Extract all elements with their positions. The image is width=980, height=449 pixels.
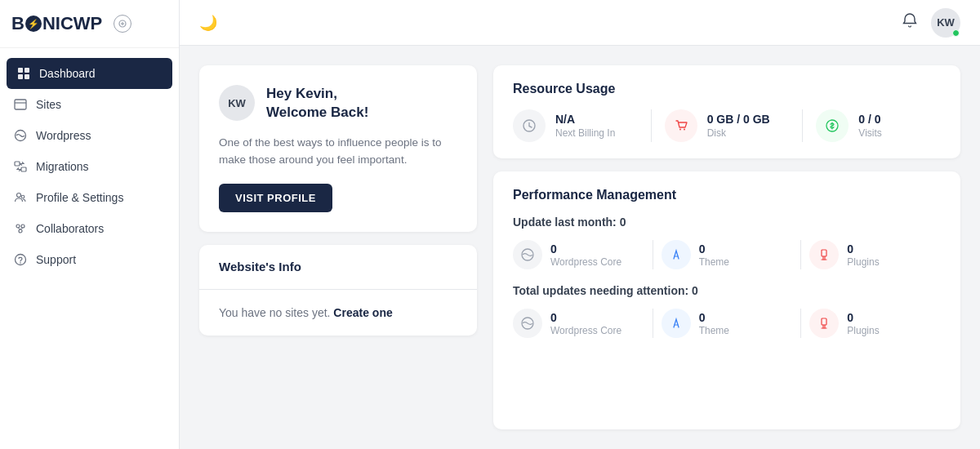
svg-rect-3: [18, 68, 23, 73]
topbar: 🌙 KW: [180, 0, 980, 46]
svg-point-12: [17, 193, 21, 198]
svg-point-13: [21, 195, 24, 198]
perf-item-theme-2: 0 Theme: [662, 309, 793, 338]
welcome-header: KW Hey Kevin, Welcome Back!: [219, 85, 457, 122]
wp-core-2-info: 0 Wordpress Core: [550, 311, 621, 336]
svg-rect-4: [24, 68, 29, 73]
theme-2-info: 0 Theme: [699, 311, 729, 336]
svg-rect-6: [24, 74, 29, 79]
wp-core-1-info: 0 Wordpress Core: [550, 242, 621, 268]
user-avatar[interactable]: KW: [931, 8, 960, 38]
logo-b: B: [11, 13, 24, 34]
no-sites-text: You have no sites yet.: [219, 306, 330, 319]
main-content: 🌙 KW KW Hey Kevin,: [180, 0, 980, 449]
create-site-link[interactable]: Create one: [333, 306, 392, 319]
wordpress-icon: [13, 128, 28, 143]
sidebar-item-sites[interactable]: Sites: [0, 89, 179, 120]
theme-2-icon-circle: [662, 309, 691, 338]
svg-point-23: [684, 129, 685, 131]
plugins-1-info: 0 Plugins: [847, 242, 879, 268]
sidebar-item-migrations[interactable]: Migrations: [0, 151, 179, 182]
dark-mode-icon[interactable]: 🌙: [199, 14, 217, 32]
wp-core-2-value: 0: [550, 311, 621, 324]
svg-point-22: [679, 129, 681, 131]
update-last-month-subtitle: Update last month: 0: [513, 216, 941, 229]
performance-management-card: Performance Management Update last month…: [493, 171, 960, 429]
sidebar-item-label-dashboard: Dashboard: [39, 67, 96, 80]
dollar-icon-circle: [816, 109, 849, 142]
bell-icon[interactable]: [902, 12, 918, 33]
svg-line-18: [20, 228, 23, 229]
total-updates-subtitle: Total updates needing attention: 0: [513, 284, 941, 297]
logo-circle-button[interactable]: [114, 15, 131, 33]
welcome-title-line1: Hey Kevin,: [266, 86, 337, 101]
visit-profile-button[interactable]: VISIT PROFILE: [219, 184, 332, 212]
profile-icon: [13, 190, 28, 205]
visits-info: 0 / 0 Visits: [858, 113, 881, 139]
resource-item-billing: N/A Next Billing In: [513, 109, 638, 142]
plugins-1-icon-circle: [809, 240, 839, 269]
sidebar-nav: Dashboard Sites Wordpress Migrations: [0, 48, 179, 449]
perf-item-plugins-2: 0 Plugins: [809, 309, 941, 338]
svg-rect-11: [21, 167, 26, 171]
resource-items: N/A Next Billing In 0 GB / 0 GB Disk: [513, 109, 941, 142]
sidebar-item-label-migrations: Migrations: [36, 160, 89, 173]
theme-1-value: 0: [699, 242, 729, 256]
collaborators-icon: [13, 221, 28, 236]
svg-rect-10: [15, 162, 20, 166]
svg-rect-28: [822, 318, 826, 325]
sidebar-item-support[interactable]: Support: [0, 244, 179, 275]
performance-title: Performance Management: [513, 188, 941, 202]
plugins-1-value: 0: [847, 242, 879, 256]
logo-area: B NICWP: [0, 0, 179, 48]
welcome-title: Hey Kevin, Welcome Back!: [266, 85, 368, 122]
perf-item-wp-core-2: 0 Wordpress Core: [513, 309, 644, 338]
welcome-body-text: One of the best ways to influence people…: [219, 134, 457, 169]
cart-icon-circle: [665, 109, 697, 142]
billing-info: N/A Next Billing In: [555, 113, 615, 139]
welcome-title-line2: Welcome Back!: [266, 104, 368, 120]
plugins-2-label: Plugins: [847, 325, 879, 336]
sidebar-item-profile-settings[interactable]: Profile & Settings: [0, 182, 179, 213]
theme-1-label: Theme: [699, 256, 729, 268]
sidebar-item-label-wordpress: Wordpress: [36, 129, 91, 142]
svg-point-20: [20, 262, 21, 264]
svg-rect-7: [15, 100, 26, 109]
left-panel: KW Hey Kevin, Welcome Back! One of the b…: [199, 65, 477, 429]
websites-info-header: Website's Info: [199, 245, 477, 290]
welcome-card: KW Hey Kevin, Welcome Back! One of the b…: [199, 65, 477, 232]
total-updates-items: 0 Wordpress Core 0 Theme: [513, 309, 941, 338]
welcome-avatar-initials: KW: [228, 97, 246, 109]
sidebar-item-collaborators[interactable]: Collaborators: [0, 213, 179, 244]
sidebar-item-wordpress[interactable]: Wordpress: [0, 120, 179, 151]
plugins-1-label: Plugins: [847, 256, 879, 268]
sidebar-item-label-profile: Profile & Settings: [36, 191, 123, 204]
dashboard-icon: [16, 66, 31, 81]
logo: B NICWP: [11, 13, 102, 34]
welcome-avatar: KW: [219, 85, 255, 121]
resource-usage-title: Resource Usage: [513, 82, 941, 96]
sidebar: B NICWP Dashboard Sites Wordpres: [0, 0, 180, 449]
wp-core-2-icon-circle: [513, 309, 542, 338]
billing-label: Next Billing In: [555, 127, 615, 139]
sidebar-item-dashboard[interactable]: Dashboard: [7, 58, 172, 89]
billing-value: N/A: [555, 113, 615, 126]
disk-info: 0 GB / 0 GB Disk: [707, 113, 770, 139]
resource-item-visits: 0 / 0 Visits: [816, 109, 941, 142]
total-updates-section: Total updates needing attention: 0 0 Wor…: [513, 284, 941, 338]
svg-point-14: [16, 224, 20, 228]
update-last-month-items: 0 Wordpress Core 0 Theme: [513, 240, 941, 269]
visits-value: 0 / 0: [858, 113, 881, 126]
topbar-right: KW: [902, 8, 960, 38]
content-area: KW Hey Kevin, Welcome Back! One of the b…: [180, 46, 980, 449]
sidebar-item-label-collaborators: Collaborators: [36, 222, 104, 235]
theme-1-icon-circle: [662, 240, 691, 269]
user-initials: KW: [937, 16, 955, 29]
resource-divider-2: [802, 109, 803, 142]
plugins-2-icon-circle: [809, 309, 839, 338]
sites-icon: [13, 97, 28, 112]
logo-bolt-icon: [25, 16, 42, 32]
update-last-month-section: Update last month: 0 0 Wordpress Core: [513, 216, 941, 269]
clock-icon-circle: [513, 109, 546, 142]
visits-label: Visits: [858, 127, 881, 139]
